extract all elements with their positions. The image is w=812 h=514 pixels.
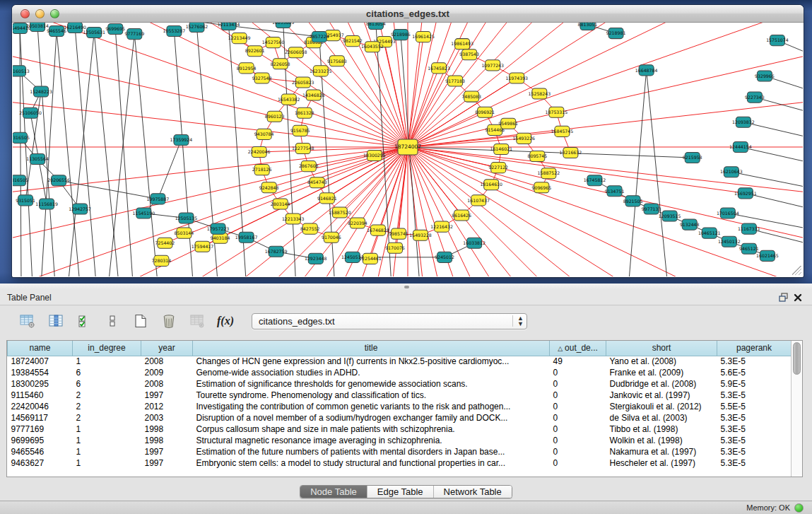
graph-edge[interactable]: [115, 29, 133, 276]
table-cell[interactable]: 5.3E-5: [717, 412, 792, 424]
table-cell[interactable]: 9465546: [8, 446, 73, 457]
table-cell[interactable]: 1: [73, 457, 141, 469]
table-cell[interactable]: 2: [73, 390, 141, 401]
graph-node[interactable]: 9316505: [13, 132, 30, 143]
graph-node[interactable]: 8922601: [245, 46, 265, 57]
table-cell[interactable]: 0: [550, 457, 606, 469]
graph-node[interactable]: 12505631: [83, 28, 105, 38]
graph-node[interactable]: 15887522: [538, 168, 560, 179]
graph-node[interactable]: 12923448: [305, 253, 327, 264]
table-cell[interactable]: Jankovic et al. (1997): [606, 390, 717, 401]
table-row[interactable]: 946362711997Embryonic stem cells: a mode…: [8, 457, 792, 469]
column-header[interactable]: △out_de...: [550, 341, 606, 356]
graph-node[interactable]: 16745823: [428, 63, 450, 74]
table-cell[interactable]: 5.3E-5: [717, 424, 792, 435]
graph-node[interactable]: 17359924: [170, 134, 193, 145]
graph-node[interactable]: 7485083: [461, 91, 481, 102]
table-cell[interactable]: 2: [73, 412, 141, 424]
divider-grip-icon[interactable]: [404, 286, 409, 288]
graph-node[interactable]: 9327548: [252, 73, 272, 83]
table-cell[interactable]: Disruption of a novel member of a sodium…: [193, 412, 550, 424]
graph-node[interactable]: 12093515: [659, 211, 681, 221]
graph-node[interactable]: 7254402: [155, 238, 175, 248]
graph-node[interactable]: 11974393: [505, 73, 528, 83]
graph-node[interactable]: 14346828: [302, 90, 325, 100]
table-cell[interactable]: Genome-wide association studies in ADHD.: [193, 367, 550, 378]
tab-edge-table[interactable]: Edge Table: [367, 486, 434, 498]
table-cell[interactable]: Estimation of significance thresholds fo…: [193, 378, 550, 390]
table-cell[interactable]: Yano et al. (2008): [606, 356, 717, 367]
column-selection-button[interactable]: [73, 310, 95, 332]
graph-edge[interactable]: [743, 122, 803, 140]
graph-node[interactable]: 9549861: [498, 118, 518, 129]
graph-edge[interactable]: [94, 33, 119, 276]
graph-node[interactable]: 16543382: [278, 94, 300, 105]
function-builder-button[interactable]: f(x): [215, 310, 236, 332]
graph-edge[interactable]: [37, 26, 55, 276]
graph-node[interactable]: 12093832: [732, 117, 755, 127]
table-cell[interactable]: 22420046: [8, 401, 73, 412]
graph-edge[interactable]: [108, 34, 134, 276]
column-header[interactable]: pagerank: [717, 341, 792, 356]
graph-node[interactable]: 2803144: [271, 199, 290, 209]
table-row[interactable]: 911546021997Tourette syndrome. Phenomeno…: [8, 390, 792, 401]
graph-node[interactable]: 16746828: [367, 225, 389, 235]
graph-node[interactable]: 22606058: [285, 47, 307, 58]
graph-edge[interactable]: [408, 147, 693, 158]
network-canvas[interactable]: 1872400718300295122544931696142519861493…: [13, 23, 803, 276]
graph-node[interactable]: 10553287: [163, 26, 186, 37]
graph-node[interactable]: 9821542: [343, 36, 363, 47]
graph-node[interactable]: 22420046: [248, 146, 271, 157]
graph-node[interactable]: 12277548: [292, 143, 314, 153]
tab-network-table[interactable]: Network Table: [434, 486, 512, 498]
table-cell[interactable]: 19384554: [8, 367, 73, 378]
graph-node[interactable]: 15751074: [766, 35, 789, 46]
column-header[interactable]: in_degree: [73, 341, 141, 356]
graph-node[interactable]: 16845745: [551, 126, 574, 136]
graph-edge[interactable]: [408, 23, 630, 147]
graph-node[interactable]: 9227122: [488, 163, 508, 173]
graph-node[interactable]: 11167331: [738, 223, 760, 234]
graph-node[interactable]: 15248223: [30, 86, 52, 97]
table-cell[interactable]: 1: [73, 424, 141, 435]
table-cell[interactable]: 1: [73, 435, 141, 446]
graph-edge[interactable]: [134, 34, 158, 276]
graph-node[interactable]: 8454743: [307, 177, 327, 188]
graph-node[interactable]: 8226058: [271, 59, 290, 69]
table-cell[interactable]: 5.3E-5: [717, 446, 792, 457]
graph-node[interactable]: 16021465: [756, 250, 779, 261]
graph-node[interactable]: 1861328: [295, 107, 314, 118]
table-cell[interactable]: Tourette syndrome. Phenomenology and cla…: [193, 390, 550, 401]
graph-edge[interactable]: [13, 71, 408, 147]
float-panel-button[interactable]: [777, 292, 791, 303]
row-selection-button[interactable]: [102, 310, 123, 332]
table-cell[interactable]: 1997: [141, 457, 193, 469]
table-cell[interactable]: 2009: [141, 367, 193, 378]
table-scrollbar-thumb[interactable]: [793, 342, 801, 375]
table-cell[interactable]: 0: [550, 401, 606, 412]
graph-node[interactable]: 8921505: [623, 196, 643, 206]
create-column-button[interactable]: [130, 310, 151, 332]
graph-node[interactable]: 9227343: [745, 92, 765, 103]
column-header[interactable]: title: [193, 341, 550, 356]
graph-node[interactable]: 15276062: [186, 23, 208, 33]
graph-node[interactable]: 9156785: [290, 125, 310, 136]
close-window-button[interactable]: [20, 9, 30, 18]
panel-divider[interactable]: [0, 284, 812, 290]
network-window-titlebar[interactable]: citations_edges.txt: [12, 5, 804, 23]
graph-node[interactable]: 9170046: [322, 232, 341, 243]
graph-node[interactable]: 20206556: [47, 175, 70, 186]
table-cell[interactable]: Franke et al. (2009): [606, 367, 717, 378]
minimize-window-button[interactable]: [35, 9, 45, 18]
graph-node[interactable]: 8427552: [300, 223, 320, 234]
table-row[interactable]: 1830029562008Estimation of significance …: [8, 378, 792, 390]
table-cell[interactable]: 9777169: [8, 424, 73, 435]
graph-node[interactable]: 17016504: [717, 208, 739, 218]
table-cell[interactable]: 0: [550, 424, 606, 435]
graph-edge[interactable]: [174, 31, 193, 276]
graph-node[interactable]: 9175683: [327, 56, 347, 66]
graph-edge[interactable]: [647, 70, 668, 276]
graph-node[interactable]: 12942757: [69, 204, 91, 214]
table-cell[interactable]: 2008: [141, 378, 193, 390]
graph-node[interactable]: 9218981: [606, 28, 626, 39]
